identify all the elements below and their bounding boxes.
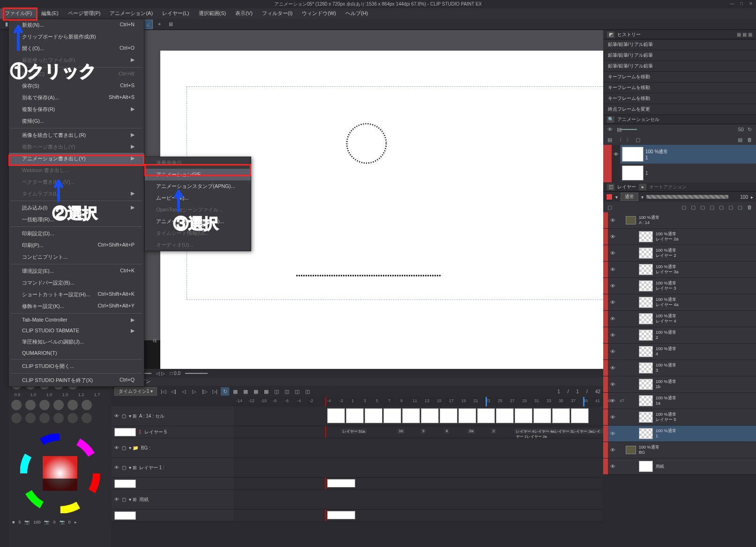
file-menu-item[interactable]: 環境設定(E)...Ctrl+K	[9, 265, 144, 277]
brush-size-dot[interactable]	[25, 400, 36, 410]
brush-size-dot[interactable]	[82, 413, 92, 423]
trash-icon[interactable]: 🗑	[746, 136, 753, 143]
file-menu-item[interactable]: 画像を統合して書き出し(R)▶	[9, 129, 144, 141]
layer-row[interactable]: 👁100 %通常4	[603, 344, 756, 360]
slider-icon[interactable]: ━━━━━	[625, 126, 632, 133]
submenu-item[interactable]: アニメーションスタンプ(APNG)...	[145, 180, 251, 192]
snap4-icon[interactable]: ⊞	[166, 20, 175, 29]
tl-b4-icon[interactable]: ▦	[262, 387, 270, 396]
layer-row[interactable]: 👁100 %通常レイヤー 2a	[603, 229, 756, 245]
eye-icon[interactable]: 👁	[606, 126, 614, 133]
tl-b1-icon[interactable]: ▦	[231, 387, 240, 396]
menu-animation[interactable]: アニメーション(A)	[105, 8, 157, 19]
file-menu-item[interactable]: 複製を保存(R)▶	[9, 104, 144, 115]
autoaction-tab[interactable]: オートアクション	[649, 184, 687, 190]
layer-row[interactable]: 👁100 %通常BG	[603, 442, 756, 458]
layer-row[interactable]: 👁100 %通常レイヤー 4a	[603, 294, 756, 311]
prev-icon[interactable]: 〈	[615, 136, 623, 143]
layer-row[interactable]: 👁100 %通常3	[603, 360, 756, 376]
file-menu-item[interactable]: タイムラプス(L)▶	[9, 188, 144, 200]
settings-icon[interactable]: ▤	[736, 136, 744, 143]
tl-play-icon[interactable]: ▷	[190, 387, 198, 396]
lbtn4-icon[interactable]: ▢	[699, 204, 706, 210]
timeline-track[interactable]: 👁▢▾ ⊞ レイヤー 1 :	[112, 458, 603, 478]
submenu-item[interactable]: タイムシート情報(U)...	[145, 227, 251, 239]
layer-row[interactable]: 👁100 %通常A : 14	[603, 212, 756, 229]
color-wheel[interactable]	[8, 429, 112, 518]
file-menu-item[interactable]: コマンドバー設定(B)...	[9, 277, 144, 289]
file-menu-item[interactable]: Webtoon 書き出し...	[9, 165, 144, 176]
layer-row[interactable]: 👁100 %通常1a	[603, 393, 756, 409]
layer-row[interactable]: 👁用紙	[603, 458, 756, 475]
timeline-track[interactable]: 👁▢▾ ⊞ A : 14 : セル	[112, 406, 603, 426]
layer-row[interactable]: 👁100 %通常1	[603, 426, 756, 442]
layer-row[interactable]: 👁100 %通常2	[603, 327, 756, 344]
tl-b5-icon[interactable]: ◫	[272, 387, 281, 396]
minimize-button[interactable]: —	[729, 1, 735, 6]
brush-size-dot[interactable]	[39, 400, 50, 410]
submenu-item[interactable]: OpenToonzシーンファイル...	[145, 204, 251, 216]
file-menu-item[interactable]: Tab-Mate Controller▶	[9, 315, 144, 325]
file-menu-item[interactable]: アニメーション書き出し(Y)▶	[9, 153, 144, 165]
lbtn6-icon[interactable]: ▢	[718, 204, 725, 210]
submenu-item[interactable]: アニメーションセル出力(A)...	[145, 216, 251, 227]
file-menu-item[interactable]: 複数ページ書き出し(Y)▶	[9, 141, 144, 153]
history-item[interactable]: キーフレームを移動	[603, 82, 756, 93]
lbtn1-icon[interactable]: ▢	[606, 204, 614, 210]
submenu-item[interactable]: ムービー(M)...	[145, 192, 251, 204]
tl-first-icon[interactable]: |◁	[159, 387, 167, 396]
menu-edit[interactable]: 編集(E)	[37, 8, 63, 19]
menu-selection[interactable]: 選択範囲(S)	[194, 8, 231, 19]
layer-row[interactable]: 👁100 %通常レイヤー 4	[603, 311, 756, 327]
file-menu-item[interactable]: 保存(S)Ctrl+S	[9, 80, 144, 92]
brush-size-dot[interactable]	[53, 413, 64, 423]
menu-layer[interactable]: レイヤー(L)	[157, 8, 194, 19]
tl-loop-icon[interactable]: ↻	[221, 387, 229, 396]
tl-b2-icon[interactable]: ▦	[241, 387, 250, 396]
file-menu-item[interactable]: 最近使ったファイル(F)▶	[9, 54, 144, 66]
file-menu-item[interactable]: QUMARION(T)	[9, 348, 144, 358]
file-menu-item[interactable]: 新規(N)...Ctrl+N	[9, 19, 144, 31]
history-tab[interactable]: ◩ ヒストリー ▦ ▦ ▦	[603, 30, 756, 39]
lbtn7-icon[interactable]: ▢	[727, 204, 734, 210]
brush-size-dot[interactable]	[67, 400, 78, 410]
brush-size-dot[interactable]	[39, 413, 50, 423]
brush-size-dot[interactable]	[53, 400, 64, 410]
gridcel-icon[interactable]: ▢	[634, 136, 642, 143]
timeline-track-labels[interactable]: 1 レイヤー 5レイヤー 51a1b342a2レイヤー 4レイヤー 4aレイヤー…	[112, 426, 603, 438]
timeline-track[interactable]: 👁▢▾ 📁 BG :	[112, 438, 603, 458]
close-button[interactable]: ✕	[748, 1, 754, 6]
timeline-ruler[interactable]: -14-12-10-8-6-4-2-4-21357911131517192123…	[112, 397, 603, 406]
timeline-track[interactable]: 👁▢▾ ⊞ 用紙	[112, 490, 603, 510]
menu-help[interactable]: ヘルプ(H)	[341, 8, 373, 19]
layer-tab[interactable]: レイヤー	[617, 184, 636, 190]
lbtn3-icon[interactable]: ▢	[689, 204, 697, 210]
search-icon[interactable]: 🔍	[607, 116, 614, 123]
brush-size-dot[interactable]	[11, 400, 22, 410]
history-item[interactable]: 鉛筆/鉛筆/リアル鉛筆	[603, 39, 756, 50]
opacity-slider[interactable]	[646, 195, 728, 199]
file-menu-item[interactable]: 読み込み(I)▶	[9, 202, 144, 214]
tl-back-icon[interactable]: ◁	[180, 387, 188, 396]
layer-row[interactable]: 👁100 %通常レイヤー 3	[603, 278, 756, 294]
file-menu-item[interactable]: CLIP STUDIO TABMATE▶	[9, 325, 144, 336]
file-menu-item[interactable]: コンビニプリント...	[9, 251, 144, 263]
maximize-button[interactable]: □	[738, 1, 745, 6]
file-menu-item[interactable]: 修飾キー設定(K)...Ctrl+Shift+Alt+Y	[9, 300, 144, 312]
layer-row[interactable]: 👁100 %通常レイヤー 2	[603, 245, 756, 262]
history-item[interactable]: 終点フレームを変更	[603, 104, 756, 115]
tl-last-icon[interactable]: ▷|	[210, 387, 219, 396]
submenu-item[interactable]: 連番画像(I)...	[145, 157, 251, 169]
snap3-icon[interactable]: ⌖	[155, 20, 164, 29]
file-menu-item[interactable]: 印刷(P)...Ctrl+Shift+Alt+P	[9, 240, 144, 251]
file-menu-item[interactable]: CLIP STUDIO PAINTを終了(X)Ctrl+Q	[9, 375, 144, 386]
brush-size-dot[interactable]	[82, 400, 92, 410]
file-menu-item[interactable]: 閉じる(C)Ctrl+W	[9, 68, 144, 80]
animcel-tab[interactable]: アニメーションセル	[617, 116, 659, 123]
tl-fwd-icon[interactable]: |▷	[200, 387, 209, 396]
menu-filter[interactable]: フィルター(I)	[257, 8, 297, 19]
history-item[interactable]: キーフレームを移動	[603, 72, 756, 82]
file-menu-item[interactable]: CLIP STUDIOを開く...	[9, 360, 144, 372]
submenu-item[interactable]: オーディオ(U)...	[145, 239, 251, 251]
layer-row[interactable]: 👁100 %通常レイヤー 3a	[603, 262, 756, 278]
